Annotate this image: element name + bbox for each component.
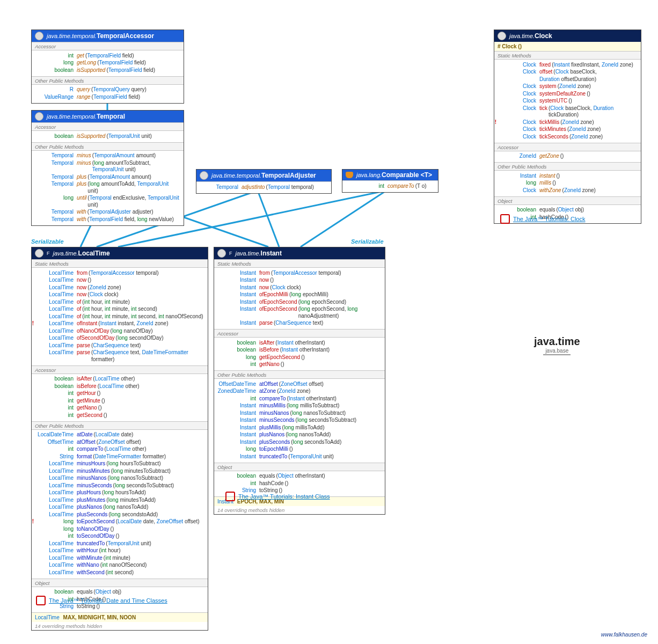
method-row: LocalTimeminusHours(long hoursToSubtract… [35,460,204,468]
tutorial-link[interactable]: The Java™ Tutorials: Date and Time Class… [36,596,167,605]
method-row: Temporalplus(TemporalAmount amount) [35,173,180,181]
method-row: LocalTimeparse(CharSequence text, DateTi… [35,349,204,363]
method-row: intgetHour() [35,390,204,398]
method-row: LocalTimewithSecond(int second) [35,569,204,576]
method-row: InstanttruncatedTo(TemporalUnit unit) [217,453,382,460]
method-row: LocalTimeof(int hour, int minute) [35,298,204,306]
method-row: intgetNano() [217,361,382,369]
method-row: LocalTimenow(ZoneId zone) [35,284,204,291]
method-row: Clockfixed(Instant fixedInstant, ZoneId … [498,61,638,69]
method-row: Instantinstant() [498,172,638,180]
method-row: longtoNanoOfDay() [35,525,204,533]
method-row: TemporaladjustInto(Temporal temporal) [200,184,328,191]
comparable-box: java.lang.Comparable <T> intcompareTo(T … [342,169,438,193]
method-row: InstantminusMillis(long millisToSubtract… [217,402,382,410]
constructor: # Clock () [494,42,641,51]
method-row: LocalTimeof(int hour, int minute, int se… [35,313,204,320]
method-row: booleanisBefore(LocalTime other) [35,383,204,390]
method-row: booleanequals(Object otherInstant) [217,473,382,480]
method-row: Clocktick(Clock baseClock, Duration tick… [498,105,638,119]
method-row: intcompareTo(LocalTime other) [35,446,204,453]
method-row: intget(TemporalField field) [35,52,180,60]
method-row: longmillis() [498,180,638,187]
java-icon [346,172,353,178]
method-row: Clocksystem(ZoneId zone) [498,83,638,91]
interface-icon [35,32,43,40]
method-row: LocalTimetruncatedTo(TemporalUnit unit) [35,540,204,547]
method-row: LocalTimewithNano(int nanoOfSecond) [35,562,204,569]
method-row: ClocksystemUTC() [498,98,638,105]
method-row: InstantminusNanos(long nanosToSubtract) [217,409,382,417]
method-row: booleanisSupported(TemporalField field) [35,67,180,74]
method-row: Temporalminus(TemporalAmount amount) [35,152,180,160]
method-row: booleanisBefore(Instant otherInstant) [217,347,382,354]
temporal-adjuster-box: java.time.temporal.TemporalAdjuster Temp… [196,169,332,194]
header: java.lang.Comparable <T> [342,170,438,180]
method-row: ZonedDateTimeatZone(ZoneId zone) [217,388,382,396]
method-row: InstantplusNanos(long nanosToAdd) [217,431,382,439]
method-row: OffsetDateTimeatOffset(ZoneOffset offset… [217,380,382,388]
method-row: LocalTimeplusSeconds(long secondstoAdd) [35,511,204,518]
method-row: ClocktickMinutes(ZoneId zone) [498,126,638,134]
method-row: Temporalwith(TemporalAdjuster adjuster) [35,209,180,216]
svg-line-4 [258,191,279,247]
method-row: Instantfrom(TemporalAccessor temporal) [217,269,382,277]
method-row: Temporalminus(long amountToSubtract, Tem… [35,159,180,173]
method-row: ClocksystemDefaultZone() [498,90,638,98]
method-row: booleanequals(Object obj) [35,589,204,596]
oracle-icon [36,596,46,605]
method-row: Temporalplus(long amountToAdd, TemporalU… [35,181,180,195]
method-row: LocalTimeplusNanos(long nanosToAdd) [35,504,204,511]
method-row: InstantofEpochMilli(long epochMilli) [217,291,382,299]
method-row: !ClocktickMillis(ZoneId zone) [498,119,638,126]
header: F java.time.Instant [214,247,385,259]
method-row: booleanequals(Object obj) [498,207,638,214]
method-row: ClocktickSeconds(ZoneId zone) [498,133,638,141]
localtime-box: F java.time.LocalTime Static Methods Loc… [31,247,208,631]
method-row: !LocalTimeofInstant(Instant instant, Zon… [35,320,204,328]
method-row: OffsetTimeatOffset(ZoneOffset offset) [35,438,204,446]
temporal-accessor-box: java.time.temporal.TemporalAccessor Acce… [31,30,184,104]
class-icon [217,249,226,258]
method-row: longgetLong(TemporalField field) [35,60,180,67]
method-row: longtoEpochMilli() [217,446,382,453]
interface-icon [200,171,208,180]
method-row: intgetSecond() [35,412,204,419]
module-badge: java.time java.base [534,335,580,355]
method-row: LocalTimeof(int hour, int minute, int se… [35,306,204,313]
method-row: Duration offsetDuration) [498,76,638,83]
method-row: LocalTimeminusSeconds(long secondsToSubt… [35,482,204,489]
instant-box: F java.time.Instant Static Methods Insta… [214,247,385,515]
method-row: InstantplusSeconds(long secondsToAdd) [217,438,382,446]
class-icon [35,249,43,258]
tutorial-link[interactable]: The Java™ Tutorials: Clock [500,214,586,224]
method-row: LocalTimeofNanoOfDay(long nanoOfDay) [35,327,204,335]
method-row: intcompareTo(T o) [346,182,435,190]
method-row: booleanisSupported(TemporalUnit unit) [35,133,180,140]
method-row: LocalTimeplusHours(long hoursToAdd) [35,489,204,497]
method-row: InstantminusSeconds(long secondsToSubtra… [217,417,382,425]
method-row: booleanisAfter(Instant otherInstant) [217,339,382,347]
method-row: ClockwithZone(ZoneId zone) [498,187,638,194]
method-row: Rquery(TemporalQuery query) [35,86,180,94]
serializable-label: Serializable [31,238,64,245]
interface-icon [35,112,43,121]
constants: LocalTime MAX, MIDNIGHT, MIN, NOON [32,612,208,622]
method-row: LocalTimewithHour(int hour) [35,547,204,555]
method-row: intcompareTo(Instant otherInstant) [217,395,382,402]
method-row: booleanisAfter(LocalTime other) [35,376,204,383]
method-row: InstantofEpochSecond(long epochSecond, l… [217,306,382,320]
method-row: LocalTimenow() [35,277,204,284]
header: java.time.temporal.TemporalAccessor [32,30,184,42]
method-row: LocalTimenow(Clock clock) [35,291,204,299]
method-row: longgetEpochSecond() [217,354,382,361]
tutorial-link[interactable]: The Java™ Tutorials: Instant Class [225,492,330,501]
method-row: intgetMinute() [35,397,204,405]
method-row: LocalTimewithMinute(int minute) [35,554,204,562]
method-row: LocalTimeminusMinutes(long minutesToSubt… [35,467,204,475]
method-row: InstantplusMillis(long millisToAdd) [217,424,382,431]
method-row: ZoneIdgetZone() [498,153,638,160]
method-row: Instantparse(CharSequence text) [217,320,382,327]
method-row: LocalTimeplusMinutes(long minutesToAdd) [35,496,204,504]
oracle-icon [500,214,510,224]
